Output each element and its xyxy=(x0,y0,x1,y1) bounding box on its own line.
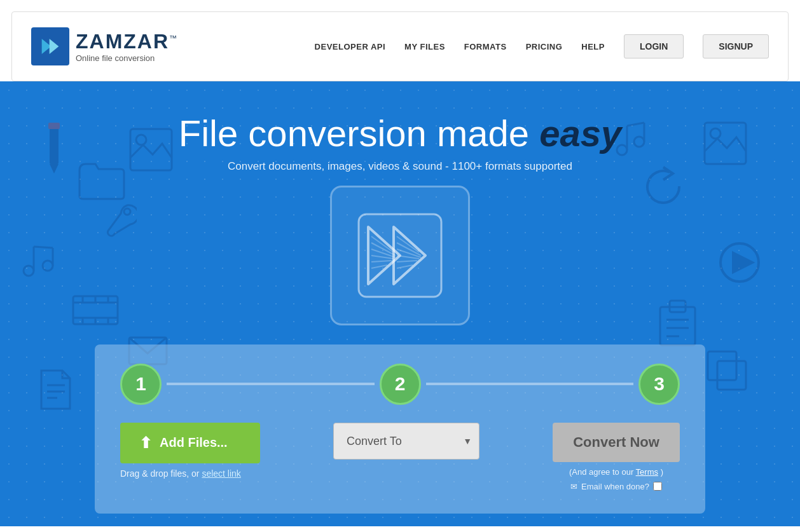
svg-marker-1 xyxy=(50,39,59,54)
convert-to-select[interactable]: Convert To PDF JPG MP3 MP4 DOCX xyxy=(333,423,479,460)
drag-drop-text: Drag & drop files, or select link xyxy=(120,468,241,479)
image-icon-2 xyxy=(701,119,749,170)
hero-section: File conversion made easy Convert docume… xyxy=(0,81,800,526)
folder-icon-1 xyxy=(76,158,127,205)
email-label: Email when done? xyxy=(581,482,649,491)
step-line-1 xyxy=(167,383,375,385)
convert-to-col: Convert To PDF JPG MP3 MP4 DOCX xyxy=(333,423,479,460)
svg-rect-2 xyxy=(50,126,59,164)
email-icon-small: ✉ xyxy=(570,482,577,491)
film-icon xyxy=(70,291,121,332)
add-files-button[interactable]: ⬆ Add Files... xyxy=(120,423,260,463)
svg-point-35 xyxy=(634,137,644,147)
svg-point-21 xyxy=(124,208,130,215)
svg-rect-41 xyxy=(708,351,736,380)
step-1: 1 xyxy=(120,364,162,405)
terms-text: (And agree to our Terms ) xyxy=(569,467,663,477)
svg-point-24 xyxy=(721,243,759,282)
nav-developer-api[interactable]: DEVELOPER API xyxy=(315,42,385,51)
svg-point-6 xyxy=(43,261,53,271)
email-checkbox[interactable] xyxy=(653,482,662,491)
nav-my-files[interactable]: MY FILES xyxy=(404,42,445,51)
steps-row: 1 2 3 xyxy=(120,364,680,405)
upload-icon: ⬆ xyxy=(139,434,152,452)
login-button[interactable]: LOGIN xyxy=(624,34,684,58)
convert-now-button[interactable]: Convert Now xyxy=(553,423,680,462)
pencil-icon xyxy=(38,119,70,179)
action-row: ⬆ Add Files... Drag & drop files, or sel… xyxy=(120,423,680,491)
image-icon-1 xyxy=(127,126,175,176)
logo-area: ZAMZAR™ Online file conversion xyxy=(31,27,178,65)
svg-point-5 xyxy=(24,266,34,276)
svg-point-23 xyxy=(710,128,721,139)
svg-rect-19 xyxy=(130,129,172,170)
email-row: ✉ Email when done? xyxy=(570,482,662,491)
svg-rect-22 xyxy=(705,123,746,164)
play-icon xyxy=(717,240,762,287)
svg-rect-27 xyxy=(670,301,686,312)
select-link[interactable]: select link xyxy=(202,468,240,479)
svg-rect-10 xyxy=(73,296,118,324)
nav-pricing[interactable]: PRICING xyxy=(526,42,563,51)
svg-line-9 xyxy=(34,247,53,248)
convert-to-wrapper: Convert To PDF JPG MP3 MP4 DOCX xyxy=(333,423,479,460)
wrench-icon xyxy=(102,202,137,240)
svg-line-33 xyxy=(627,123,644,126)
convert-now-col: Convert Now (And agree to our Terms ) ✉ … xyxy=(553,423,680,491)
copy-icon xyxy=(705,348,749,395)
signup-button[interactable]: SIGNUP xyxy=(703,34,769,58)
hero-center-logo xyxy=(330,186,470,325)
svg-rect-26 xyxy=(660,307,695,345)
nav-help[interactable]: HELP xyxy=(581,42,605,51)
svg-point-20 xyxy=(136,135,146,145)
logo-subtitle: Online file conversion xyxy=(76,53,178,63)
logo-text: ZAMZAR™ Online file conversion xyxy=(76,30,178,63)
svg-rect-40 xyxy=(717,361,746,390)
music-icon xyxy=(19,240,57,281)
document-icon xyxy=(38,367,73,414)
step-line-2 xyxy=(426,383,634,385)
nav-formats[interactable]: FORMATS xyxy=(464,42,507,51)
clipboard-icon xyxy=(657,297,698,351)
logo-name: ZAMZAR™ xyxy=(76,30,178,53)
header: ZAMZAR™ Online file conversion DEVELOPER… xyxy=(11,11,789,81)
step-3: 3 xyxy=(638,364,680,405)
refresh-icon xyxy=(641,164,686,211)
navigation: DEVELOPER API MY FILES FORMATS PRICING H… xyxy=(315,34,769,58)
terms-link[interactable]: Terms xyxy=(636,467,658,477)
step-2: 2 xyxy=(380,364,421,405)
svg-marker-3 xyxy=(50,164,59,174)
add-files-col: ⬆ Add Files... Drag & drop files, or sel… xyxy=(120,423,260,479)
logo-icon xyxy=(31,27,69,65)
hero-subtitle: Convert documents, images, videos & soun… xyxy=(228,160,572,173)
svg-rect-4 xyxy=(48,123,60,129)
conversion-panel: 1 2 3 ⬆ Add Files... Drag & drop files, … xyxy=(95,344,705,514)
svg-marker-25 xyxy=(733,253,752,272)
hero-title: File conversion made easy xyxy=(179,113,621,154)
